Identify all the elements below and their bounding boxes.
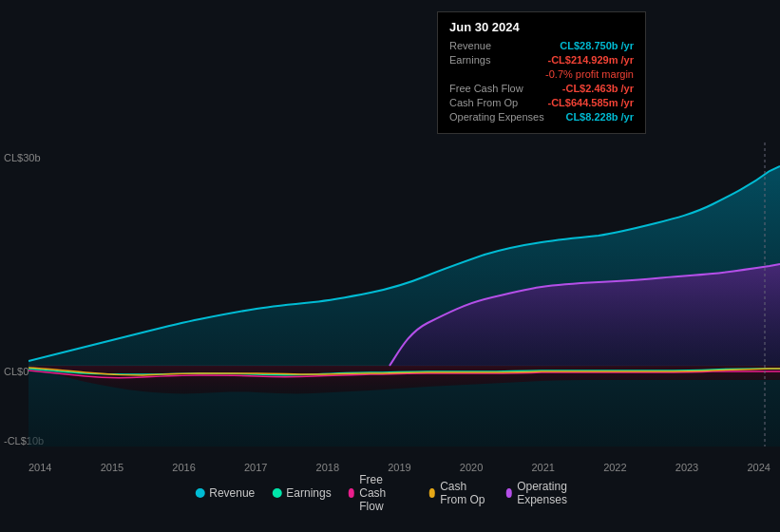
- chart-svg: [29, 142, 780, 446]
- legend-item-revenue[interactable]: Revenue: [195, 486, 255, 500]
- legend-label-revenue: Revenue: [209, 486, 255, 500]
- x-label-2019: 2019: [388, 462, 410, 473]
- x-label-2016: 2016: [172, 462, 195, 473]
- legend-dot-earnings: [272, 488, 281, 498]
- tooltip-value-revenue: CL$28.750b /yr: [560, 40, 634, 51]
- x-label-2015: 2015: [101, 462, 124, 473]
- tooltip-value-fcf: -CL$2.463b /yr: [562, 83, 634, 94]
- tooltip-label-fcf: Free Cash Flow: [449, 83, 523, 94]
- legend-label-fcf: Free Cash Flow: [359, 473, 411, 513]
- tooltip-label-revenue: Revenue: [449, 40, 491, 51]
- legend-item-fcf[interactable]: Free Cash Flow: [349, 473, 412, 513]
- tooltip-row-earnings: Earnings -CL$214.929m /yr: [449, 54, 634, 66]
- tooltip-value-opex: CL$8.228b /yr: [565, 111, 634, 123]
- tooltip-row-revenue: Revenue CL$28.750b /yr: [449, 40, 634, 51]
- legend-dot-fcf: [349, 488, 355, 498]
- legend-label-earnings: Earnings: [286, 486, 331, 500]
- x-labels: 2014 2015 2016 2017 2018 2019 2020 2021 …: [29, 462, 780, 473]
- x-label-2024: 2024: [747, 462, 770, 473]
- legend: Revenue Earnings Free Cash Flow Cash Fro…: [195, 473, 585, 513]
- legend-dot-cashfromop: [429, 488, 436, 498]
- chart-container: Jun 30 2024 Revenue CL$28.750b /yr Earni…: [0, 0, 780, 532]
- x-label-2014: 2014: [29, 462, 51, 473]
- tooltip-value-earnings: -CL$214.929m /yr: [548, 54, 635, 66]
- legend-label-cashfromop: Cash From Op: [440, 480, 488, 506]
- tooltip-label-cashfromop: Cash From Op: [449, 97, 518, 108]
- tooltip-value-cashfromop: -CL$644.585m /yr: [548, 97, 635, 108]
- x-label-2023: 2023: [675, 462, 698, 473]
- x-label-2017: 2017: [244, 462, 267, 473]
- y-label-0: CL$0: [4, 366, 29, 377]
- x-label-2018: 2018: [316, 462, 339, 473]
- x-label-2022: 2022: [603, 462, 626, 473]
- profit-margin: -0.7% profit margin: [449, 68, 634, 80]
- legend-item-cashfromop[interactable]: Cash From Op: [429, 480, 489, 506]
- x-label-2020: 2020: [460, 462, 483, 473]
- legend-dot-opex: [506, 488, 513, 498]
- tooltip-label-opex: Operating Expenses: [449, 111, 544, 123]
- tooltip-label-earnings: Earnings: [449, 54, 490, 66]
- tooltip-row-fcf: Free Cash Flow -CL$2.463b /yr: [449, 83, 634, 94]
- legend-item-opex[interactable]: Operating Expenses: [506, 480, 585, 506]
- tooltip-date: Jun 30 2024: [449, 20, 634, 34]
- legend-item-earnings[interactable]: Earnings: [272, 486, 331, 500]
- tooltip-row-cashfromop: Cash From Op -CL$644.585m /yr: [449, 97, 634, 108]
- legend-label-opex: Operating Expenses: [517, 480, 585, 506]
- x-label-2021: 2021: [531, 462, 554, 473]
- legend-dot-revenue: [195, 488, 204, 498]
- tooltip-box: Jun 30 2024 Revenue CL$28.750b /yr Earni…: [437, 11, 646, 134]
- tooltip-row-opex: Operating Expenses CL$8.228b /yr: [449, 111, 634, 123]
